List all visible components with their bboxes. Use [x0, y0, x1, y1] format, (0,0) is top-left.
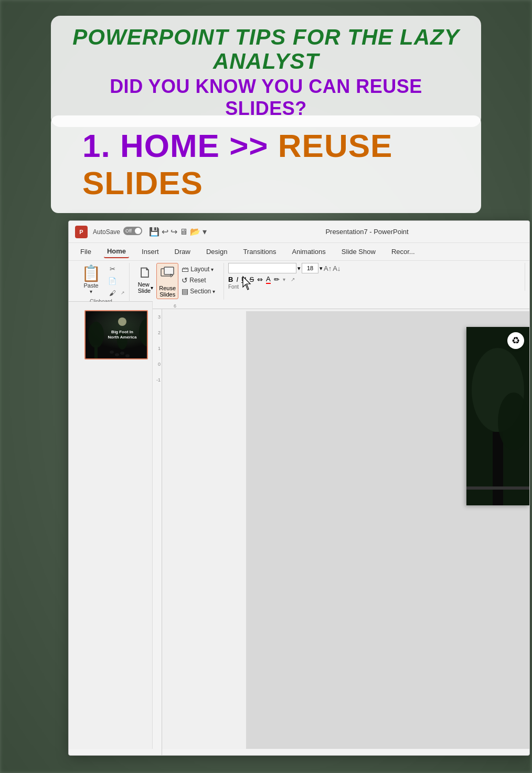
floppy-icon[interactable]: 📂 — [190, 227, 200, 237]
autosave-toggle[interactable]: Off — [123, 227, 144, 237]
font-group-expand[interactable]: ↗ — [291, 277, 295, 282]
menu-insert[interactable]: Insert — [139, 246, 162, 258]
slide-canvas-partial: ♻ — [466, 327, 529, 505]
font-color-button[interactable]: A — [266, 275, 271, 284]
cut-button[interactable]: ✂ — [106, 263, 119, 274]
font-dropdown-arrow2[interactable]: ▾ — [283, 277, 285, 282]
section-arrow[interactable]: ▾ — [212, 289, 215, 294]
title-bar: P AutoSave Off 💾 ↩ ↪ 🖥 📂 ▾ Presentation7… — [69, 221, 529, 243]
ribbon: 📋 Paste ▾ ✂ 📄 🖌 ↗ Clipboard 🗋 — [69, 261, 529, 302]
slide-title: Big Foot In North America — [108, 330, 137, 341]
font-decrease-button[interactable]: A↓ — [333, 264, 341, 272]
layout-button[interactable]: 🗃 Layout ▾ — [179, 264, 217, 274]
svg-point-12 — [125, 354, 130, 357]
clipboard-expand[interactable]: ↗ — [121, 290, 125, 299]
ppt-app-icon: P — [75, 226, 88, 238]
svg-point-9 — [110, 351, 114, 354]
layout-label: Layout — [190, 266, 209, 273]
svg-point-8 — [118, 317, 126, 326]
svg-point-3 — [88, 322, 104, 348]
slide-panel: 1 — [69, 302, 153, 749]
editing-area: ♻ — [246, 311, 529, 749]
highlight-button[interactable]: ✏ — [274, 276, 280, 283]
layout-arrow[interactable]: ▾ — [211, 267, 214, 272]
section-button[interactable]: ▤ Section ▾ — [179, 286, 217, 297]
ruler-top: 6 — [153, 300, 529, 309]
menu-record[interactable]: Recor... — [388, 246, 418, 258]
reset-icon: ↺ — [182, 276, 188, 284]
redo-icon[interactable]: ↪ — [171, 227, 177, 237]
ruler-val-2: 2 — [153, 330, 162, 335]
save-icon[interactable]: 💾 — [149, 227, 159, 237]
new-slide-arrow[interactable]: ▾ — [151, 285, 153, 291]
new-slide-button[interactable]: 🗋 NewSlide ▾ — [136, 263, 155, 295]
font-row1: ▾ ▾ A↑ A↓ — [228, 263, 520, 273]
main-content: 6 1 — [69, 302, 529, 749]
font-size-input[interactable] — [302, 263, 318, 273]
clipboard-group: 📋 Paste ▾ ✂ 📄 🖌 ↗ Clipboard — [73, 263, 130, 305]
font-size-arrow[interactable]: ▾ — [320, 265, 323, 272]
heading-step: 1. HOME >> — [82, 128, 278, 164]
menu-draw[interactable]: Draw — [172, 246, 194, 258]
svg-rect-1 — [164, 267, 174, 274]
paste-icon: 📋 — [81, 264, 101, 282]
font-group: ▾ ▾ A↑ A↓ B I U S ⇔ A ✏ ▾ ↗ Font — [224, 263, 525, 291]
ruler-val-5: -1 — [153, 377, 162, 383]
top-title: POWERPOINT TIPS FOR THE LAZY ANALYST — [72, 25, 460, 73]
menu-transitions[interactable]: Transitions — [240, 246, 279, 258]
font-group-label: Font — [228, 284, 520, 291]
reuse-slides-container: ReuseSlides — [156, 263, 178, 299]
ppt-window: P AutoSave Off 💾 ↩ ↪ 🖥 📂 ▾ Presentation7… — [68, 220, 530, 756]
menu-home[interactable]: Home — [104, 245, 129, 258]
ruler-mark-6: 6 — [174, 303, 176, 309]
svg-rect-4 — [94, 345, 98, 358]
menu-design[interactable]: Design — [203, 246, 230, 258]
menu-animations[interactable]: Animations — [289, 246, 329, 258]
font-row2: B I U S ⇔ A ✏ ▾ ↗ — [228, 275, 520, 284]
paste-button[interactable]: 📋 Paste ▾ — [77, 263, 105, 295]
slide-1-container: 1 — [73, 310, 148, 359]
section-label: Section — [190, 288, 211, 295]
svg-rect-6 — [147, 344, 148, 358]
reset-button[interactable]: ↺ Reset — [179, 275, 217, 285]
clipboard-small-stack: ✂ 📄 🖌 — [106, 263, 119, 299]
top-subtitle: DID YOU KNOW YOU CAN REUSE SLIDES? — [72, 76, 460, 120]
italic-button[interactable]: I — [236, 276, 238, 283]
font-size-arrows: A↑ A↓ — [324, 264, 341, 272]
autosave-label: AutoSave — [93, 228, 120, 236]
recycle-icon-button[interactable]: ♻ — [507, 332, 524, 349]
presentation-title: Presentation7 - PowerPoint — [211, 228, 523, 236]
menu-slideshow[interactable]: Slide Show — [338, 246, 379, 258]
spacing-button[interactable]: ⇔ — [257, 276, 263, 283]
monitor-icon[interactable]: 🖥 — [179, 227, 188, 237]
layout-icon: 🗃 — [182, 265, 189, 273]
top-banner: POWERPOINT TIPS FOR THE LAZY ANALYST DID… — [51, 16, 481, 127]
undo-icon[interactable]: ↩ — [162, 227, 168, 237]
section-icon: ▤ — [182, 287, 188, 295]
toggle-off-label: Off — [125, 227, 141, 235]
new-slide-label-wrap: NewSlide ▾ — [138, 281, 153, 294]
main-heading-area: 1. HOME >> REUSE SLIDES — [51, 115, 481, 213]
slide-partial-svg — [466, 327, 529, 505]
font-increase-button[interactable]: A↑ — [324, 264, 332, 272]
font-name-arrow[interactable]: ▾ — [297, 265, 301, 272]
slide-bottom-bar — [466, 486, 529, 490]
svg-point-10 — [115, 353, 119, 356]
menu-file[interactable]: File — [77, 246, 94, 258]
reset-label: Reset — [189, 277, 206, 284]
paste-label: Paste — [83, 282, 98, 289]
down-arrow-icon[interactable]: ▾ — [203, 227, 207, 237]
reuse-slides-button[interactable]: ReuseSlides — [156, 263, 178, 299]
underline-button[interactable]: U — [241, 276, 246, 283]
paste-dropdown-arrow[interactable]: ▾ — [90, 289, 92, 294]
svg-point-11 — [120, 352, 124, 355]
ruler-val-1: 3 — [153, 314, 162, 320]
strikethrough-button[interactable]: S — [249, 276, 254, 283]
toolbar-icons: 💾 ↩ ↪ 🖥 📂 ▾ — [149, 227, 207, 237]
menu-bar: File Home Insert Draw Design Transitions… — [69, 243, 529, 261]
copy-button[interactable]: 📄 — [106, 275, 119, 287]
slide-1-thumbnail[interactable]: Big Foot In North America — [84, 310, 148, 359]
format-painter-button[interactable]: 🖌 — [106, 287, 119, 299]
bold-button[interactable]: B — [228, 276, 233, 283]
font-name-input[interactable] — [228, 263, 296, 273]
